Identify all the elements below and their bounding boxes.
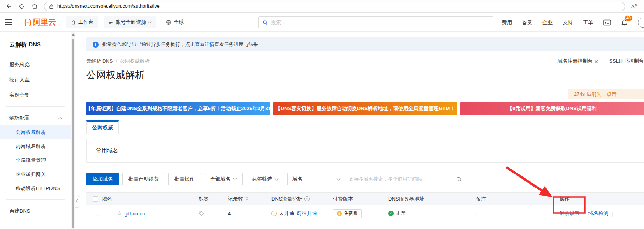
resources-dropdown[interactable]: 账号全部资源 xyxy=(104,16,156,28)
sidebar-item-self-built-dns[interactable]: 自建DNS xyxy=(0,204,71,218)
sort-icon[interactable] xyxy=(245,196,249,202)
scroll-up-icon[interactable] xyxy=(72,33,75,36)
global-search xyxy=(258,16,493,28)
promo-banner-free-trial[interactable]: 【0元试用】新客免费获取DNS试用福利 xyxy=(460,102,644,115)
domain-table-row: ☆ githun.cn 4 ! 未开通 前往开通 ♛ 免费版 ✓ xyxy=(86,205,644,222)
common-domains-panel[interactable]: 常用域名 xyxy=(86,139,644,163)
batch-operations-button[interactable]: 批量操作 xyxy=(168,173,201,185)
logo-text: 阿里云 xyxy=(33,17,56,28)
dns-settings-link[interactable]: 解析设置 xyxy=(560,210,580,217)
favorite-star-icon[interactable]: ☆ xyxy=(117,210,122,217)
header-record-count: 记录数 xyxy=(228,196,271,203)
divider xyxy=(6,199,65,200)
nav-icp[interactable]: 备案 xyxy=(522,19,532,26)
header-dns-server: DNS服务器地址 xyxy=(388,196,476,203)
domain-search-input[interactable] xyxy=(345,176,453,182)
chevron-down-icon xyxy=(233,177,237,181)
breadcrumb: 云解析 DNS / 公网权威解析 xyxy=(86,58,150,65)
sidebar-title: 云解析 DNS xyxy=(0,32,71,51)
workbench-button[interactable]: 工作台 xyxy=(66,16,98,28)
sidebar-item-gtm[interactable]: 全局流量管理 xyxy=(0,153,71,167)
notification-bell-icon[interactable]: 49 xyxy=(621,19,628,26)
promo-banner-self-built-dns[interactable]: 【年底钜惠】自建DNS全系列规格不限新老客户，立享6折！活动截止2026年3月3… xyxy=(86,102,270,115)
plan-badge[interactable]: ♛ 免费版 xyxy=(333,209,362,218)
promo-banners: 【年底钜惠】自建DNS全系列规格不限新老客户，立享6折！活动截止2026年3月3… xyxy=(86,102,644,115)
add-domain-button[interactable]: 添加域名 xyxy=(86,173,119,185)
avatar[interactable] xyxy=(638,18,644,28)
header-dns-traffic: DNS流量分析 ? xyxy=(271,196,333,203)
sidebar-item-recursive-gateway[interactable]: 企业递归网关 xyxy=(0,167,71,181)
help-icon[interactable]: ? xyxy=(304,196,310,201)
search-icon xyxy=(262,20,268,25)
tags-cell[interactable] xyxy=(199,211,228,216)
page: https://dnsnext.console.aliyun.com/autho… xyxy=(0,0,644,229)
address-bar[interactable]: https://dnsnext.console.aliyun.com/autho… xyxy=(44,2,625,11)
search-submit-button[interactable] xyxy=(453,173,465,185)
logo-mark: (-) xyxy=(24,18,31,27)
not-enabled-icon: ! xyxy=(271,211,277,216)
filter-all-domains-dropdown[interactable]: 全部域名 xyxy=(204,173,243,185)
aliyun-logo[interactable]: (-) 阿里云 xyxy=(24,17,56,28)
page-title: 公网权威解析 xyxy=(86,69,644,81)
scrollbar-thumb[interactable] xyxy=(72,39,74,228)
home-icon xyxy=(71,20,76,25)
sidebar-collapse-handle[interactable] xyxy=(75,195,80,208)
read-aloud-icon[interactable]: A)) xyxy=(631,4,637,9)
nav-billing[interactable]: 费用 xyxy=(502,19,512,26)
sidebar-item-service-overview[interactable]: 服务总览 xyxy=(0,57,71,72)
tag-icon xyxy=(199,211,204,216)
sidebar-group-dns-config[interactable]: 解析配置 xyxy=(0,111,71,125)
domain-console-link[interactable]: 域名注册控制台 xyxy=(557,58,599,65)
promo-banner-gtm[interactable]: 【DNS容灾切换】服务故障自动切换DNS解析地址，请使用全局流量管理GTM！ xyxy=(273,102,457,115)
sidebar-item-httpdns[interactable]: 移动解析HTTPDNS xyxy=(0,181,71,196)
nav-enterprise[interactable]: 企业 xyxy=(542,19,553,26)
divider: | xyxy=(612,211,613,217)
enable-traffic-link[interactable]: 前往开通 xyxy=(297,210,317,217)
tab-public-authoritative[interactable]: 公网权威 xyxy=(86,120,119,134)
select-all-checkbox[interactable] xyxy=(93,196,98,202)
domain-table-header: 域名 标签 记录数 DNS流量分析 ? 付费版本 DNS服务器地址 备注 操作 xyxy=(86,192,644,205)
search-icon xyxy=(456,176,462,182)
sidebar-item-instance-plan[interactable]: 实例套餐 xyxy=(0,88,71,102)
filter-tags-dropdown[interactable]: 标签筛选 xyxy=(246,173,284,185)
breadcrumb-root[interactable]: 云解析 DNS xyxy=(86,58,113,65)
domain-link[interactable]: githun.cn xyxy=(124,211,145,217)
search-type-select[interactable]: 域名 xyxy=(287,173,345,185)
row-checkbox[interactable] xyxy=(93,211,98,216)
region-selector[interactable]: 全球 xyxy=(161,16,188,28)
nav-ticket[interactable]: 工单 xyxy=(583,19,593,26)
nav-support[interactable]: 支持 xyxy=(563,19,573,26)
cloudshell-icon[interactable] xyxy=(603,19,611,26)
batch-renew-button[interactable]: 批量自动续费 xyxy=(122,173,165,185)
record-count-cell: 4 xyxy=(228,211,271,217)
sidebar-item-private-dns[interactable]: 内网域名解析 xyxy=(0,139,71,153)
notification-count-badge: 49 xyxy=(625,15,633,21)
chevron-left-icon xyxy=(76,199,79,203)
countdown-notice[interactable]: 274s 后消失，点击 xyxy=(568,89,644,99)
async-task-notice: i 批量操作和导出已通过异步任务执行，点击查看详情查看任务进度与结果 xyxy=(86,37,644,51)
main-content: i 批量操作和导出已通过异步任务执行，点击查看详情查看任务进度与结果 云解析 D… xyxy=(79,32,644,229)
domain-toolbar: 添加域名 批量自动续费 批量操作 全部域名 标签筛选 域名 xyxy=(86,173,644,185)
back-icon[interactable] xyxy=(5,3,12,10)
paid-plan-cell: ♛ 免费版 xyxy=(333,209,388,218)
view-details-link[interactable]: 查看详情 xyxy=(195,42,215,47)
list-icon xyxy=(108,20,113,25)
refresh-icon[interactable] xyxy=(18,3,25,10)
home-icon[interactable] xyxy=(31,3,38,10)
chevron-up-icon xyxy=(58,117,62,121)
dns-traffic-cell: ! 未开通 前往开通 xyxy=(271,210,333,217)
header-paid-plan: 付费版本 xyxy=(333,196,388,203)
domain-check-link[interactable]: 域名检测 xyxy=(588,210,608,217)
global-search-input[interactable] xyxy=(271,19,489,25)
ssl-console-link[interactable]: SSL证书控制台 xyxy=(609,58,644,65)
domain-search xyxy=(345,173,465,185)
menu-icon[interactable] xyxy=(0,13,18,31)
sidebar-scrollbar[interactable] xyxy=(71,32,75,229)
sidebar-item-statistics[interactable]: 统计大盘 xyxy=(0,72,71,87)
domain-cell: ☆ githun.cn xyxy=(102,210,199,217)
notice-text: 批量操作和导出已通过异步任务执行，点击查看详情查看任务进度与结果 xyxy=(102,41,258,48)
divider: | xyxy=(583,211,584,217)
header-remark: 备注 xyxy=(476,196,551,203)
chevron-down-icon xyxy=(337,177,341,181)
sidebar-item-public-authoritative[interactable]: 公网权威解析 xyxy=(0,125,71,139)
